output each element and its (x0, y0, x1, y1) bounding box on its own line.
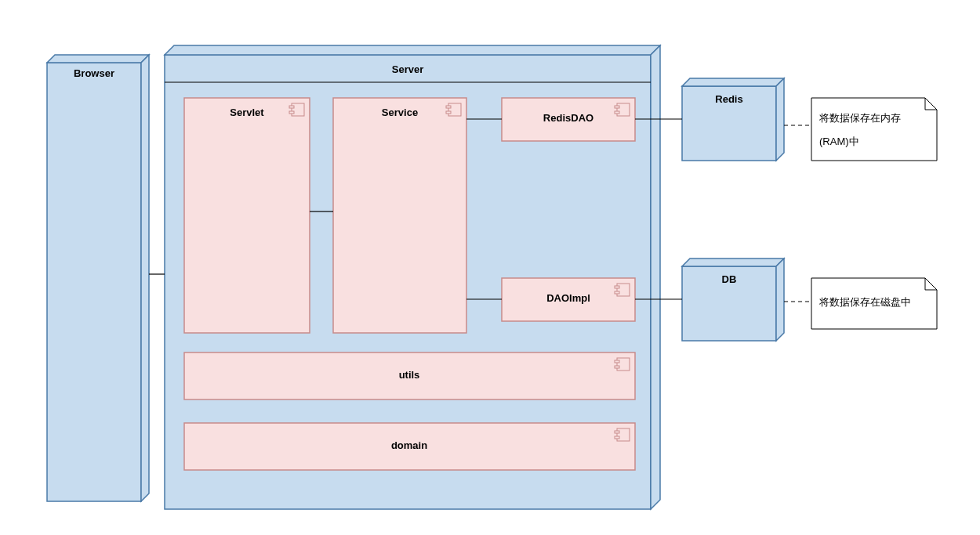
svg-rect-21 (615, 286, 619, 288)
note-db-line1: 将数据保存在磁盘中 (818, 296, 911, 308)
browser-label: Browser (74, 67, 114, 79)
svg-rect-29 (615, 431, 619, 433)
note-redis-line2: (RAM)中 (819, 136, 859, 147)
svg-marker-1 (47, 55, 149, 63)
svg-rect-9 (289, 106, 294, 108)
note-db: 将数据保存在磁盘中 (811, 278, 937, 329)
svg-marker-36 (776, 258, 784, 341)
svg-marker-2 (141, 55, 149, 501)
note-redis-line1: 将数据保存在内存 (818, 112, 901, 124)
svg-rect-30 (615, 436, 619, 439)
db-label: DB (722, 273, 737, 285)
svg-marker-38 (925, 98, 937, 110)
svg-marker-37 (811, 98, 937, 161)
browser-node: Browser (47, 55, 149, 501)
daoimpl-label: DAOImpl (546, 292, 590, 304)
server-label: Server (392, 63, 423, 75)
servlet-label: Servlet (230, 107, 264, 118)
svg-rect-25 (615, 360, 619, 363)
utils-component: utils (184, 352, 635, 399)
svg-marker-35 (682, 258, 784, 266)
svg-rect-13 (446, 106, 451, 108)
daoimpl-component: DAOImpl (502, 278, 635, 321)
svg-rect-17 (615, 106, 619, 108)
service-label: Service (382, 107, 418, 118)
svg-rect-11 (333, 98, 466, 333)
servlet-component: Servlet (184, 98, 310, 333)
utils-label: utils (399, 369, 420, 381)
svg-rect-22 (615, 291, 619, 294)
svg-marker-32 (682, 78, 784, 86)
redis-label: Redis (715, 93, 742, 105)
redisdao-label: RedisDAO (543, 112, 593, 124)
svg-rect-0 (47, 63, 141, 501)
svg-marker-33 (776, 78, 784, 161)
svg-marker-40 (925, 278, 937, 290)
svg-rect-26 (615, 366, 619, 368)
svg-rect-18 (615, 111, 619, 114)
svg-rect-14 (446, 111, 451, 114)
service-component: Service (333, 98, 466, 333)
db-node: DB (682, 258, 784, 341)
svg-marker-4 (165, 45, 660, 55)
svg-marker-5 (651, 45, 660, 509)
svg-rect-7 (184, 98, 310, 333)
domain-component: domain (184, 423, 635, 470)
note-redis: 将数据保存在内存 (RAM)中 (811, 98, 937, 161)
architecture-diagram: Browser Server Servlet Service RedisDAO (0, 0, 980, 535)
redis-node: Redis (682, 78, 784, 161)
domain-label: domain (391, 439, 427, 451)
svg-rect-10 (289, 111, 294, 114)
redisdao-component: RedisDAO (502, 98, 635, 141)
